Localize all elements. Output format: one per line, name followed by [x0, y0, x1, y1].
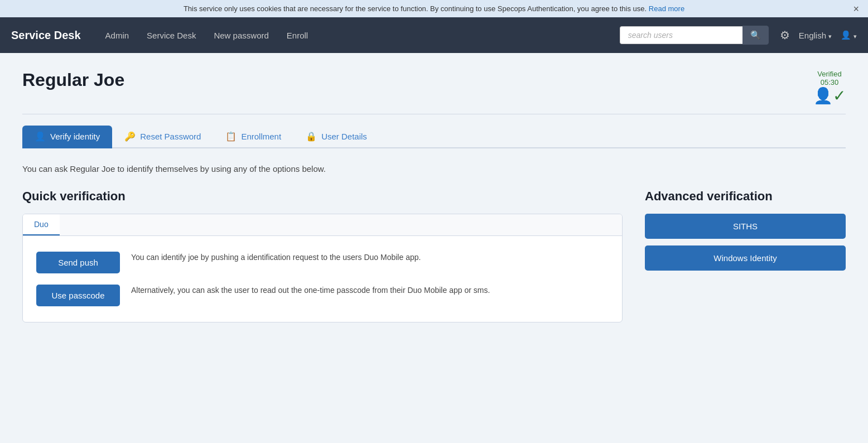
reset-password-icon: 🔑 — [124, 131, 136, 142]
language-label: English — [799, 31, 826, 40]
verification-columns: Quick verification Duo Send push You can… — [22, 189, 846, 322]
verified-label: Verified — [817, 70, 841, 78]
navbar-search: 🔍 — [620, 26, 769, 45]
navbar: Service Desk Admin Service Desk New pass… — [0, 17, 868, 53]
language-chevron-icon — [828, 31, 832, 40]
navbar-right: ⚙ English 👤 — [780, 28, 857, 42]
advanced-verification-heading: Advanced verification — [645, 189, 846, 204]
tab-verify-identity-label: Verify identity — [50, 132, 100, 141]
nav-service-desk[interactable]: Service Desk — [139, 26, 204, 45]
verified-badge: Verified 05:30 👤✓ — [813, 70, 846, 105]
send-push-description: You can identify joe by pushing a identi… — [131, 252, 421, 263]
user-icon: 👤 — [841, 30, 851, 40]
tab-reset-password[interactable]: 🔑 Reset Password — [112, 126, 213, 148]
user-details-icon: 🔒 — [306, 131, 317, 142]
cookie-banner-text: This service only uses cookies that are … — [184, 4, 647, 13]
navbar-links: Admin Service Desk New password Enroll — [98, 26, 620, 45]
tab-enrollment-label: Enrollment — [241, 132, 281, 141]
page-title: Regular Joe — [22, 70, 124, 90]
verified-time: 05:30 — [821, 78, 839, 86]
page-header: Regular Joe Verified 05:30 👤✓ — [22, 70, 846, 114]
use-passcode-row: Use passcode Alternatively, you can ask … — [36, 285, 609, 306]
use-passcode-description: Alternatively, you can ask the user to r… — [131, 285, 490, 296]
siths-button[interactable]: SITHS — [645, 214, 846, 239]
tab-user-details-label: User Details — [321, 132, 367, 141]
nav-new-password[interactable]: New password — [206, 26, 276, 45]
tab-reset-password-label: Reset Password — [140, 132, 201, 141]
tab-bar: 👤 Verify identity 🔑 Reset Password 📋 Enr… — [22, 126, 846, 148]
user-dropdown[interactable]: 👤 — [841, 30, 857, 40]
enrollment-icon: 📋 — [225, 131, 237, 142]
search-input[interactable] — [620, 26, 742, 44]
search-button[interactable]: 🔍 — [742, 26, 769, 45]
quick-verification-section: Quick verification Duo Send push You can… — [22, 189, 623, 322]
duo-panel: Duo Send push You can identify joe by pu… — [22, 214, 623, 322]
verification-description: You can ask Regular Joe to identify them… — [22, 164, 846, 174]
advanced-verification-section: Advanced verification SITHS Windows Iden… — [645, 189, 846, 271]
windows-identity-button[interactable]: Windows Identity — [645, 245, 846, 271]
tab-enrollment[interactable]: 📋 Enrollment — [213, 126, 293, 148]
navbar-brand: Service Desk — [11, 29, 81, 42]
tab-user-details[interactable]: 🔒 User Details — [293, 126, 379, 148]
duo-tab-bar: Duo — [23, 214, 622, 236]
tab-verify-identity[interactable]: 👤 Verify identity — [22, 126, 112, 148]
user-chevron-icon — [853, 31, 857, 40]
send-push-button[interactable]: Send push — [36, 252, 120, 273]
use-passcode-button[interactable]: Use passcode — [36, 285, 120, 306]
duo-tab[interactable]: Duo — [23, 214, 60, 235]
main-content: Regular Joe Verified 05:30 👤✓ 👤 Verify i… — [0, 53, 868, 434]
verify-identity-icon: 👤 — [35, 131, 46, 142]
language-dropdown[interactable]: English — [799, 31, 832, 40]
quick-verification-heading: Quick verification — [22, 189, 623, 204]
nav-enroll[interactable]: Enroll — [279, 26, 316, 45]
cookie-banner: This service only uses cookies that are … — [0, 0, 868, 17]
verified-user-icon: 👤✓ — [813, 86, 846, 105]
send-push-row: Send push You can identify joe by pushin… — [36, 252, 609, 273]
nav-admin[interactable]: Admin — [98, 26, 137, 45]
cookie-banner-link[interactable]: Read more — [649, 4, 684, 13]
gear-icon[interactable]: ⚙ — [780, 28, 790, 42]
cookie-banner-close[interactable]: × — [853, 3, 859, 15]
duo-panel-content: Send push You can identify joe by pushin… — [23, 236, 622, 322]
